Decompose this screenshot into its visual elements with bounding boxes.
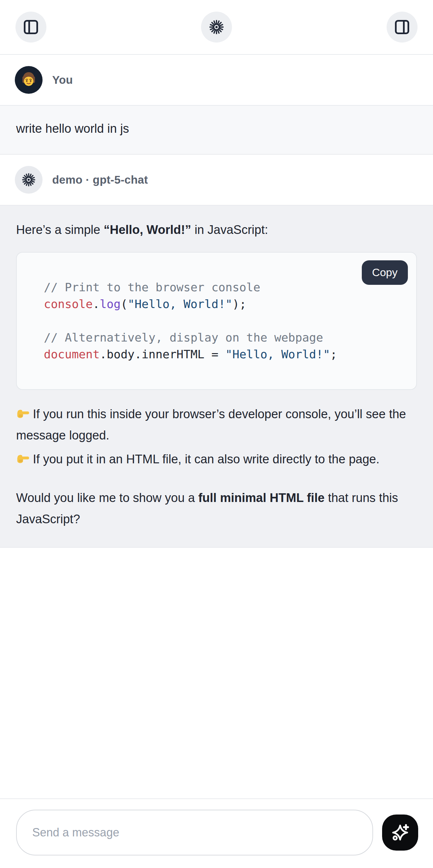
- copy-code-button[interactable]: Copy: [362, 260, 408, 285]
- code-block: Copy // Print to the browser consolecons…: [16, 252, 417, 390]
- send-button[interactable]: [382, 814, 418, 850]
- pointer-paragraph: If you run this inside your browser’s de…: [16, 403, 417, 446]
- question-text: Would you like me to show you a: [16, 491, 198, 504]
- starburst-spark-icon: [209, 19, 224, 35]
- code-content: // Print to the browser consoleconsole.l…: [44, 279, 403, 363]
- pointing-right-emoji-icon: [16, 452, 30, 466]
- assistant-avatar: [15, 166, 42, 194]
- chat-scroll-spacer: [0, 548, 433, 798]
- pointer-paragraph: If you put it in an HTML file, it can al…: [16, 448, 417, 470]
- panel-right-icon: [394, 19, 410, 35]
- chat-app: You write hello world in js demo · gpt-5…: [0, 0, 433, 868]
- question-bold-text: full minimal HTML file: [198, 491, 324, 504]
- user-message-bubble: write hello world in js: [0, 105, 433, 155]
- starburst-spark-icon: [21, 173, 36, 187]
- assistant-message-header: demo · gpt-5-chat: [0, 155, 433, 205]
- pointer-text: If you put it in an HTML file, it can al…: [33, 453, 379, 466]
- user-avatar: [15, 66, 42, 94]
- pointer-text: If you run this inside your browser’s de…: [16, 407, 406, 442]
- composer-bar: [0, 798, 433, 868]
- sidebar-toggle-button[interactable]: [16, 11, 47, 42]
- message-input[interactable]: [16, 810, 373, 856]
- pointing-right-emoji-icon: [16, 406, 30, 421]
- person-emoji-icon: [18, 70, 39, 90]
- intro-paragraph: Here’s a simple “Hello, World!” in JavaS…: [16, 219, 417, 240]
- user-author-label: You: [52, 73, 73, 86]
- sparkles-plus-icon: [390, 823, 410, 842]
- intro-text: Here’s a simple: [16, 223, 104, 237]
- top-bar: [0, 0, 433, 55]
- model-home-button[interactable]: [201, 11, 232, 42]
- user-message-header: You: [0, 55, 433, 105]
- intro-bold-text: “Hello, World!”: [104, 223, 191, 237]
- assistant-author-label: demo · gpt-5-chat: [52, 173, 148, 186]
- right-panel-toggle-button[interactable]: [386, 11, 417, 42]
- panel-left-icon: [23, 19, 39, 35]
- assistant-message-body: Here’s a simple “Hello, World!” in JavaS…: [0, 205, 433, 548]
- intro-text-after: in JavaScript:: [191, 223, 268, 237]
- question-paragraph: Would you like me to show you a full min…: [16, 487, 417, 530]
- user-message-text: write hello world in js: [16, 122, 129, 135]
